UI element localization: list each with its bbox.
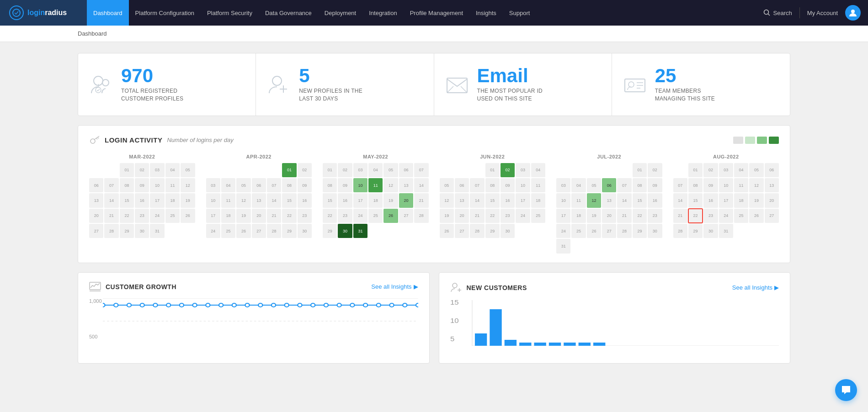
cal-day[interactable]: 08 <box>633 178 647 192</box>
new-customers-see-all[interactable]: See all Insights ▶ <box>732 284 779 291</box>
nav-item-deployment[interactable]: Deployment <box>318 0 362 26</box>
cal-day[interactable]: 09 <box>501 178 515 192</box>
cal-day[interactable]: 02 <box>703 163 718 177</box>
cal-day[interactable]: 11 <box>571 193 586 207</box>
cal-day[interactable]: 10 <box>150 178 164 192</box>
cal-day[interactable]: 20 <box>602 209 616 223</box>
cal-day[interactable]: 02 <box>501 163 515 177</box>
cal-day[interactable]: 12 <box>440 193 454 207</box>
cal-day[interactable]: 07 <box>104 178 118 192</box>
cal-day[interactable]: 23 <box>298 209 312 223</box>
cal-day[interactable]: 04 <box>368 163 383 177</box>
cal-day[interactable]: 24 <box>556 224 570 238</box>
cal-day[interactable]: 26 <box>587 224 601 238</box>
cal-day[interactable]: 04 <box>571 178 586 192</box>
cal-day[interactable]: 21 <box>470 209 484 223</box>
nav-item-platform-security[interactable]: Platform Security <box>201 0 259 26</box>
cal-day[interactable]: 19 <box>181 193 195 207</box>
cal-day[interactable]: 02 <box>338 163 352 177</box>
search-button[interactable]: Search <box>763 9 792 16</box>
cal-day[interactable]: 28 <box>470 224 484 238</box>
cal-day[interactable]: 03 <box>353 163 367 177</box>
cal-day[interactable]: 30 <box>135 224 149 238</box>
cal-day[interactable]: 25 <box>165 209 180 223</box>
cal-day[interactable]: 14 <box>414 178 428 192</box>
cal-day[interactable]: 13 <box>455 193 469 207</box>
cal-day[interactable]: 20 <box>399 193 413 207</box>
cal-day[interactable]: 26 <box>236 224 250 238</box>
cal-day[interactable]: 21 <box>267 209 281 223</box>
cal-day[interactable]: 16 <box>703 193 718 207</box>
cal-day[interactable]: 03 <box>150 163 164 177</box>
cal-day[interactable]: 21 <box>617 209 631 223</box>
cal-day[interactable]: 22 <box>485 209 500 223</box>
cal-day[interactable]: 03 <box>516 163 530 177</box>
cal-day[interactable]: 06 <box>252 178 266 192</box>
cal-day[interactable]: 17 <box>150 193 164 207</box>
cal-day[interactable]: 22 <box>282 209 296 223</box>
cal-day[interactable]: 08 <box>120 178 134 192</box>
cal-day[interactable]: 30 <box>501 224 515 238</box>
cal-day[interactable]: 23 <box>501 209 515 223</box>
cal-day[interactable]: 22 <box>120 209 134 223</box>
cal-day[interactable]: 31 <box>150 224 164 238</box>
cal-day[interactable]: 09 <box>135 178 149 192</box>
chat-button[interactable] <box>835 379 857 401</box>
cal-day[interactable]: 29 <box>323 224 337 238</box>
nav-item-support[interactable]: Support <box>503 0 537 26</box>
nav-item-data-governance[interactable]: Data Governance <box>259 0 318 26</box>
cal-day[interactable]: 27 <box>602 224 616 238</box>
nav-item-integration[interactable]: Integration <box>362 0 403 26</box>
cal-day[interactable]: 23 <box>648 209 662 223</box>
cal-day[interactable]: 05 <box>236 178 250 192</box>
cal-day[interactable]: 23 <box>135 209 149 223</box>
cal-day[interactable]: 28 <box>617 224 631 238</box>
cal-day[interactable]: 12 <box>181 178 195 192</box>
cal-day[interactable]: 12 <box>236 193 250 207</box>
customer-growth-see-all[interactable]: See all Insights ▶ <box>371 283 418 290</box>
cal-day[interactable]: 28 <box>267 224 281 238</box>
nav-item-dashboard[interactable]: Dashboard <box>87 0 129 26</box>
cal-day[interactable]: 05 <box>383 163 398 177</box>
cal-day[interactable]: 11 <box>165 178 180 192</box>
cal-day[interactable]: 06 <box>399 163 413 177</box>
cal-day[interactable]: 28 <box>673 224 687 238</box>
cal-day[interactable]: 21 <box>673 209 687 223</box>
cal-day[interactable]: 29 <box>688 224 703 238</box>
cal-day[interactable]: 09 <box>298 178 312 192</box>
cal-day[interactable]: 28 <box>104 224 118 238</box>
cal-day[interactable]: 14 <box>470 193 484 207</box>
cal-day[interactable]: 10 <box>206 193 220 207</box>
nav-item-insights[interactable]: Insights <box>469 0 503 26</box>
cal-day[interactable]: 20 <box>89 209 103 223</box>
cal-day[interactable]: 09 <box>648 178 662 192</box>
cal-day[interactable]: 01 <box>485 163 500 177</box>
cal-day[interactable]: 01 <box>282 163 296 177</box>
cal-day[interactable]: 13 <box>252 193 266 207</box>
cal-day[interactable]: 27 <box>765 209 779 223</box>
cal-day[interactable]: 15 <box>485 193 500 207</box>
nav-item-profile-management[interactable]: Profile Management <box>404 0 469 26</box>
cal-day[interactable]: 30 <box>298 224 312 238</box>
cal-day[interactable]: 07 <box>414 163 428 177</box>
cal-day[interactable]: 30 <box>338 224 352 238</box>
cal-day[interactable]: 06 <box>455 178 469 192</box>
cal-day[interactable]: 17 <box>206 209 220 223</box>
cal-day[interactable]: 22 <box>633 209 647 223</box>
cal-day[interactable]: 26 <box>440 224 454 238</box>
cal-day[interactable]: 19 <box>440 209 454 223</box>
account-name[interactable]: My Account <box>807 10 838 16</box>
cal-day[interactable]: 10 <box>353 178 367 192</box>
cal-day[interactable]: 17 <box>353 193 367 207</box>
cal-day[interactable]: 13 <box>765 178 779 192</box>
cal-day[interactable]: 25 <box>734 209 748 223</box>
cal-day[interactable]: 06 <box>89 178 103 192</box>
cal-day[interactable]: 09 <box>338 178 352 192</box>
cal-day[interactable]: 20 <box>455 209 469 223</box>
cal-day[interactable]: 14 <box>267 193 281 207</box>
cal-day[interactable]: 17 <box>719 193 733 207</box>
cal-day[interactable]: 19 <box>749 193 763 207</box>
cal-day[interactable]: 18 <box>368 193 383 207</box>
logo[interactable]: loginradius <box>0 0 87 26</box>
cal-day[interactable]: 31 <box>556 239 570 253</box>
